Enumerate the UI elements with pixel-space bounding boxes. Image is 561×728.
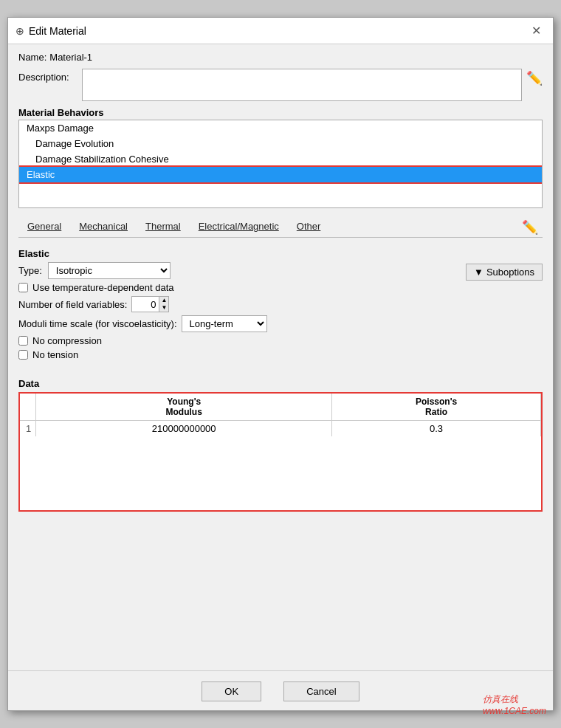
no-compression-checkbox[interactable]	[18, 336, 28, 346]
elastic-header-row: Type: Isotropic Orthotropic Anisotropic …	[18, 262, 543, 282]
table-header-row: Young'sModulus Poisson'sRatio	[20, 394, 541, 421]
name-row: Name: Material-1	[18, 52, 543, 63]
dialog-footer: OK Cancel	[8, 670, 553, 710]
num-field-input-box: ▲ ▼	[131, 296, 169, 312]
use-temperature-checkbox[interactable]	[18, 283, 28, 292]
num-field-row: Number of field variables: ▲ ▼	[18, 296, 543, 312]
no-compression-row: No compression	[18, 335, 543, 346]
ok-button[interactable]: OK	[202, 681, 261, 701]
spin-buttons: ▲ ▼	[159, 297, 168, 312]
elastic-section-label: Elastic	[18, 248, 543, 259]
name-label: Name:	[18, 52, 47, 63]
moduli-label: Moduli time scale (for viscoelasticity):	[18, 318, 177, 329]
spin-down-button[interactable]: ▼	[159, 304, 168, 312]
description-row: Description: ✏️	[18, 69, 543, 101]
behavior-damage-evo[interactable]: Damage Evolution	[19, 136, 542, 151]
tabs-row: General Mechanical Thermal Electrical/Ma…	[18, 217, 543, 238]
no-tension-checkbox[interactable]	[18, 350, 28, 360]
material-behaviors-label: Material Behaviors	[18, 107, 543, 118]
poissons-ratio-header: Poisson'sRatio	[332, 394, 541, 421]
title-bar: ⊕ Edit Material ✕	[8, 18, 553, 44]
moduli-row: Moduli time scale (for viscoelasticity):…	[18, 315, 543, 332]
behaviors-list: Maxps Damage Damage Evolution Damage Sta…	[18, 120, 543, 208]
use-temperature-row: Use temperature-dependent data	[18, 282, 543, 293]
type-select[interactable]: Isotropic Orthotropic Anisotropic Engine…	[48, 262, 171, 279]
data-table: Young'sModulus Poisson'sRatio 1 21000000…	[20, 394, 541, 436]
suboptions-button[interactable]: ▼ Suboptions	[466, 264, 543, 281]
description-pencil-icon[interactable]: ✏️	[526, 69, 543, 86]
tab-other[interactable]: Other	[288, 217, 330, 237]
suboptions-label: Suboptions	[486, 267, 534, 278]
dialog-icon: ⊕	[16, 25, 24, 37]
edit-material-dialog: ⊕ Edit Material ✕ Name: Material-1 Descr…	[7, 17, 554, 711]
row-number: 1	[20, 421, 36, 437]
behavior-elastic[interactable]: Elastic	[19, 167, 542, 182]
tab-thermal[interactable]: Thermal	[137, 217, 190, 237]
close-button[interactable]: ✕	[527, 22, 545, 39]
youngs-modulus-header: Young'sModulus	[36, 394, 332, 421]
material-behaviors-section: Material Behaviors Maxps Damage Damage E…	[18, 107, 543, 208]
dialog-body: Name: Material-1 Description: ✏️ Materia…	[8, 44, 553, 670]
description-label: Description:	[18, 69, 78, 83]
moduli-select[interactable]: Long-term Instantaneous	[182, 315, 267, 332]
elastic-section: Elastic Type: Isotropic Orthotropic Anis…	[18, 244, 543, 363]
use-temperature-label: Use temperature-dependent data	[32, 282, 174, 293]
num-field-label: Number of field variables:	[18, 299, 127, 310]
tabs-pencil-icon[interactable]: ✏️	[517, 219, 543, 236]
data-section-label: Data	[18, 378, 543, 389]
row-num-header	[20, 394, 36, 421]
spin-up-button[interactable]: ▲	[159, 297, 168, 304]
tab-electrical[interactable]: Electrical/Magnetic	[190, 217, 288, 237]
data-section: Data Young'sModulus Poisson'sRatio 1 210…	[18, 374, 543, 512]
num-field-input[interactable]	[132, 298, 159, 312]
title-bar-left: ⊕ Edit Material	[16, 25, 86, 37]
cancel-button[interactable]: Cancel	[283, 681, 359, 701]
type-label: Type:	[18, 265, 42, 276]
tab-general[interactable]: General	[18, 217, 70, 237]
no-tension-row: No tension	[18, 349, 543, 360]
name-value: Material-1	[49, 52, 92, 63]
youngs-modulus-cell[interactable]: 210000000000	[36, 421, 332, 437]
no-compression-label: No compression	[32, 335, 102, 346]
poissons-ratio-cell[interactable]: 0.3	[332, 421, 541, 437]
tab-mechanical[interactable]: Mechanical	[70, 217, 137, 237]
table-row: 1 210000000000 0.3	[20, 421, 541, 437]
data-extra-space	[20, 436, 541, 510]
data-table-outer: Young'sModulus Poisson'sRatio 1 21000000…	[18, 392, 543, 512]
suboptions-arrow-icon: ▼	[474, 267, 483, 278]
behavior-empty	[19, 182, 542, 199]
no-tension-label: No tension	[32, 349, 78, 360]
type-row: Type: Isotropic Orthotropic Anisotropic …	[18, 262, 171, 279]
dialog-title: Edit Material	[29, 25, 86, 37]
behavior-maxps[interactable]: Maxps Damage	[19, 120, 542, 136]
behavior-damage-stab[interactable]: Damage Stabilization Cohesive	[19, 151, 542, 167]
description-input[interactable]	[82, 69, 522, 101]
